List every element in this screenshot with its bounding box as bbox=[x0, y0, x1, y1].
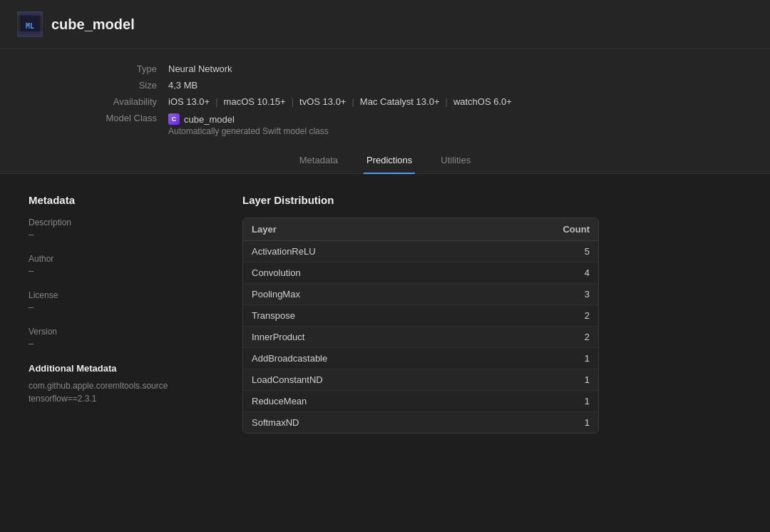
additional-source: com.github.apple.coremltools.source bbox=[29, 379, 214, 392]
meta-version-value: – bbox=[29, 338, 214, 349]
left-panel-title: Metadata bbox=[29, 194, 214, 206]
type-row: Type Neural Network bbox=[0, 63, 770, 74]
row-count-7: 1 bbox=[533, 396, 590, 406]
info-section: Type Neural Network Size 4,3 MB Availabi… bbox=[0, 49, 770, 174]
row-layer-2: PoolingMax bbox=[252, 289, 533, 300]
swift-class-icon: C bbox=[168, 113, 180, 125]
tab-predictions[interactable]: Predictions bbox=[364, 150, 415, 174]
meta-version-label: Version bbox=[29, 327, 214, 337]
right-panel: Layer Distribution Layer Count Activatio… bbox=[242, 194, 741, 468]
avail-ios: iOS 13.0+ bbox=[168, 96, 210, 107]
svg-text:ML: ML bbox=[26, 22, 34, 30]
meta-author: Author – bbox=[29, 254, 214, 276]
table-row: SoftmaxND 1 bbox=[243, 412, 598, 433]
size-label: Size bbox=[71, 80, 157, 91]
size-row: Size 4,3 MB bbox=[0, 80, 770, 91]
col-count-header: Count bbox=[533, 224, 590, 235]
svg-rect-4 bbox=[17, 11, 43, 16]
avail-macos: macOS 10.15+ bbox=[224, 96, 286, 107]
meta-description: Description – bbox=[29, 218, 214, 240]
meta-description-value: – bbox=[29, 229, 214, 240]
row-count-6: 1 bbox=[533, 374, 590, 385]
table-header: Layer Count bbox=[243, 218, 598, 241]
additional-metadata-title: Additional Metadata bbox=[29, 363, 214, 374]
left-panel: Metadata Description – Author – License … bbox=[29, 194, 214, 468]
distribution-title: Layer Distribution bbox=[242, 194, 741, 206]
row-count-1: 4 bbox=[533, 267, 590, 278]
row-layer-6: LoadConstantND bbox=[252, 374, 533, 385]
avail-tvos: tvOS 13.0+ bbox=[299, 96, 346, 107]
model-icon: ML bbox=[17, 11, 43, 37]
svg-rect-3 bbox=[17, 31, 43, 37]
row-count-5: 1 bbox=[533, 353, 590, 364]
availability-values: iOS 13.0+ | macOS 10.15+ | tvOS 13.0+ | … bbox=[168, 96, 512, 107]
row-count-0: 5 bbox=[533, 246, 590, 257]
meta-license: License – bbox=[29, 290, 214, 312]
table-row: Convolution 4 bbox=[243, 262, 598, 284]
table-row: InnerProduct 2 bbox=[243, 327, 598, 348]
row-layer-0: ActivationReLU bbox=[252, 246, 533, 257]
table-row: PoolingMax 3 bbox=[243, 284, 598, 305]
title-bar: ML cube_model bbox=[0, 0, 770, 49]
model-class-name-row: C cube_model bbox=[168, 113, 329, 125]
table-row: ReduceMean 1 bbox=[243, 391, 598, 412]
meta-description-label: Description bbox=[29, 218, 214, 227]
meta-license-value: – bbox=[29, 302, 214, 312]
model-class-name: cube_model bbox=[184, 114, 235, 125]
table-row: LoadConstantND 1 bbox=[243, 369, 598, 391]
avail-watchos: watchOS 6.0+ bbox=[453, 96, 512, 107]
row-count-3: 2 bbox=[533, 310, 590, 321]
row-layer-3: Transpose bbox=[252, 310, 533, 321]
availability-label: Availability bbox=[71, 96, 157, 107]
row-layer-1: Convolution bbox=[252, 267, 533, 278]
col-layer-header: Layer bbox=[252, 224, 533, 235]
type-value: Neural Network bbox=[168, 63, 232, 74]
model-class-subtitle: Automatically generated Swift model clas… bbox=[168, 126, 329, 136]
layer-table: Layer Count ActivationReLU 5 Convolution… bbox=[242, 218, 599, 434]
row-layer-8: SoftmaxND bbox=[252, 417, 533, 428]
meta-author-value: – bbox=[29, 265, 214, 276]
table-row: ActivationReLU 5 bbox=[243, 241, 598, 262]
model-class-info: C cube_model Automatically generated Swi… bbox=[168, 113, 329, 136]
row-count-2: 3 bbox=[533, 289, 590, 300]
meta-author-label: Author bbox=[29, 254, 214, 264]
meta-version: Version – bbox=[29, 327, 214, 349]
type-label: Type bbox=[71, 63, 157, 74]
row-count-4: 2 bbox=[533, 332, 590, 342]
meta-license-label: License bbox=[29, 290, 214, 300]
model-class-row: Model Class C cube_model Automatically g… bbox=[0, 113, 770, 136]
tab-metadata[interactable]: Metadata bbox=[297, 150, 341, 174]
main-content: Metadata Description – Author – License … bbox=[0, 174, 770, 488]
avail-catalyst: Mac Catalyst 13.0+ bbox=[360, 96, 440, 107]
model-class-label: Model Class bbox=[71, 113, 157, 123]
row-layer-4: InnerProduct bbox=[252, 332, 533, 342]
model-title: cube_model bbox=[51, 16, 135, 33]
table-row: AddBroadcastable 1 bbox=[243, 348, 598, 369]
table-row: Transpose 2 bbox=[243, 305, 598, 327]
size-value: 4,3 MB bbox=[168, 80, 197, 91]
row-count-8: 1 bbox=[533, 417, 590, 428]
row-layer-5: AddBroadcastable bbox=[252, 353, 533, 364]
additional-tf: tensorflow==2.3.1 bbox=[29, 392, 214, 405]
tab-bar: Metadata Predictions Utilities bbox=[0, 142, 770, 174]
availability-row: Availability iOS 13.0+ | macOS 10.15+ | … bbox=[0, 96, 770, 107]
row-layer-7: ReduceMean bbox=[252, 396, 533, 406]
tab-utilities[interactable]: Utilities bbox=[438, 150, 473, 174]
